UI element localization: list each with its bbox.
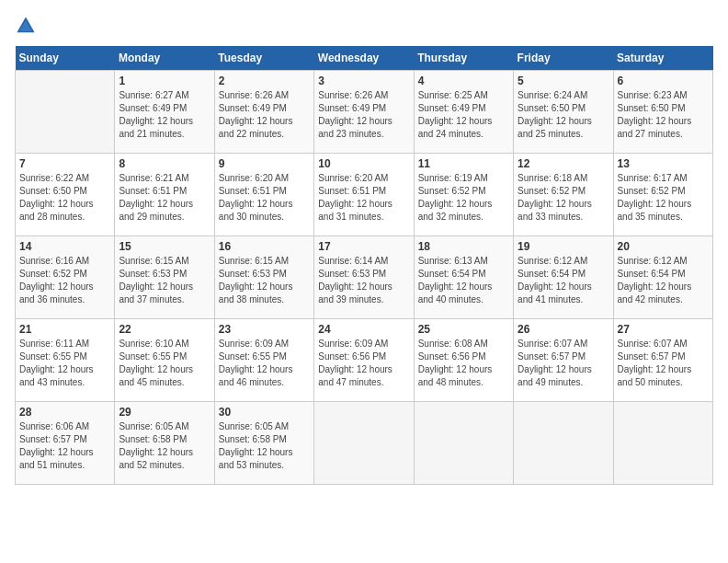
- day-number: 18: [418, 240, 509, 253]
- sunset-text: Sunset: 6:49 PM: [318, 103, 386, 113]
- day-number: 7: [19, 157, 110, 170]
- sunrise-text: Sunrise: 6:09 AM: [219, 339, 289, 349]
- day-number: 1: [119, 75, 210, 87]
- sunrise-text: Sunrise: 6:10 AM: [119, 339, 188, 349]
- day-number: 28: [19, 406, 110, 419]
- daylight-text: Daylight: 12 hours and 28 minutes.: [19, 199, 94, 222]
- sunset-text: Sunset: 6:53 PM: [318, 269, 386, 279]
- sunset-text: Sunset: 6:51 PM: [318, 186, 386, 196]
- day-info: Sunrise: 6:08 AM Sunset: 6:56 PM Dayligh…: [418, 338, 509, 389]
- calendar-cell: 29 Sunrise: 6:05 AM Sunset: 6:58 PM Dayl…: [115, 402, 214, 485]
- daylight-text: Daylight: 12 hours and 22 minutes.: [219, 116, 293, 139]
- day-info: Sunrise: 6:21 AM Sunset: 6:51 PM Dayligh…: [119, 172, 210, 224]
- day-number: 21: [19, 323, 110, 336]
- day-info: Sunrise: 6:16 AM Sunset: 6:52 PM Dayligh…: [19, 255, 110, 306]
- calendar-cell: 18 Sunrise: 6:13 AM Sunset: 6:54 PM Dayl…: [414, 236, 513, 319]
- daylight-text: Daylight: 12 hours and 23 minutes.: [318, 116, 392, 139]
- sunrise-text: Sunrise: 6:27 AM: [119, 90, 188, 100]
- calendar-cell: 20 Sunrise: 6:12 AM Sunset: 6:54 PM Dayl…: [613, 236, 712, 319]
- sunrise-text: Sunrise: 6:06 AM: [19, 421, 89, 431]
- weekday-header-sunday: Sunday: [16, 46, 115, 71]
- calendar-cell: 22 Sunrise: 6:10 AM Sunset: 6:55 PM Dayl…: [115, 319, 214, 402]
- daylight-text: Daylight: 12 hours and 21 minutes.: [119, 116, 193, 139]
- day-info: Sunrise: 6:26 AM Sunset: 6:49 PM Dayligh…: [219, 89, 310, 141]
- sunrise-text: Sunrise: 6:15 AM: [219, 256, 289, 266]
- daylight-text: Daylight: 12 hours and 41 minutes.: [518, 282, 592, 304]
- sunrise-text: Sunrise: 6:21 AM: [119, 173, 188, 183]
- sunset-text: Sunset: 6:54 PM: [518, 269, 586, 279]
- day-number: 2: [219, 75, 310, 87]
- sunrise-text: Sunrise: 6:20 AM: [219, 173, 289, 183]
- sunrise-text: Sunrise: 6:12 AM: [618, 256, 688, 266]
- day-number: 22: [119, 323, 210, 336]
- calendar-cell: 6 Sunrise: 6:23 AM Sunset: 6:50 PM Dayli…: [613, 71, 712, 154]
- day-info: Sunrise: 6:07 AM Sunset: 6:57 PM Dayligh…: [618, 338, 709, 389]
- daylight-text: Daylight: 12 hours and 39 minutes.: [318, 282, 392, 304]
- day-number: 5: [518, 75, 609, 87]
- calendar-week-4: 21 Sunrise: 6:11 AM Sunset: 6:55 PM Dayl…: [16, 319, 713, 402]
- calendar-cell: 24 Sunrise: 6:09 AM Sunset: 6:56 PM Dayl…: [314, 319, 414, 402]
- day-number: 29: [119, 406, 210, 419]
- sunrise-text: Sunrise: 6:11 AM: [19, 339, 89, 349]
- sunrise-text: Sunrise: 6:14 AM: [318, 256, 388, 266]
- sunset-text: Sunset: 6:56 PM: [418, 351, 486, 362]
- day-info: Sunrise: 6:26 AM Sunset: 6:49 PM Dayligh…: [318, 89, 409, 141]
- day-info: Sunrise: 6:06 AM Sunset: 6:57 PM Dayligh…: [19, 420, 110, 472]
- calendar-cell: 2 Sunrise: 6:26 AM Sunset: 6:49 PM Dayli…: [214, 71, 313, 154]
- sunrise-text: Sunrise: 6:05 AM: [219, 421, 289, 431]
- day-number: 27: [618, 323, 709, 336]
- header: [15, 15, 713, 37]
- sunrise-text: Sunrise: 6:07 AM: [518, 339, 587, 349]
- day-info: Sunrise: 6:24 AM Sunset: 6:50 PM Dayligh…: [518, 89, 609, 141]
- calendar-cell: 1 Sunrise: 6:27 AM Sunset: 6:49 PM Dayli…: [115, 71, 214, 154]
- calendar-cell: [314, 402, 414, 485]
- daylight-text: Daylight: 12 hours and 48 minutes.: [418, 364, 493, 387]
- calendar-cell: 9 Sunrise: 6:20 AM Sunset: 6:51 PM Dayli…: [214, 154, 313, 236]
- sunset-text: Sunset: 6:55 PM: [19, 351, 87, 362]
- daylight-text: Daylight: 12 hours and 27 minutes.: [618, 116, 692, 139]
- weekday-header-tuesday: Tuesday: [214, 46, 313, 71]
- day-number: 19: [518, 240, 609, 253]
- calendar-cell: 26 Sunrise: 6:07 AM Sunset: 6:57 PM Dayl…: [514, 319, 613, 402]
- sunset-text: Sunset: 6:57 PM: [618, 351, 686, 362]
- day-info: Sunrise: 6:05 AM Sunset: 6:58 PM Dayligh…: [119, 420, 210, 472]
- calendar-cell: 13 Sunrise: 6:17 AM Sunset: 6:52 PM Dayl…: [613, 154, 712, 236]
- day-info: Sunrise: 6:25 AM Sunset: 6:49 PM Dayligh…: [418, 89, 509, 141]
- daylight-text: Daylight: 12 hours and 52 minutes.: [119, 447, 193, 470]
- sunset-text: Sunset: 6:49 PM: [418, 103, 486, 113]
- calendar-cell: 5 Sunrise: 6:24 AM Sunset: 6:50 PM Dayli…: [514, 71, 613, 154]
- day-info: Sunrise: 6:10 AM Sunset: 6:55 PM Dayligh…: [119, 338, 210, 389]
- sunset-text: Sunset: 6:54 PM: [618, 269, 686, 279]
- sunrise-text: Sunrise: 6:26 AM: [219, 90, 289, 100]
- day-info: Sunrise: 6:20 AM Sunset: 6:51 PM Dayligh…: [219, 172, 310, 224]
- calendar-cell: [414, 402, 513, 485]
- calendar-cell: 25 Sunrise: 6:08 AM Sunset: 6:56 PM Dayl…: [414, 319, 513, 402]
- day-info: Sunrise: 6:05 AM Sunset: 6:58 PM Dayligh…: [219, 420, 310, 472]
- daylight-text: Daylight: 12 hours and 45 minutes.: [119, 364, 193, 387]
- calendar-cell: 21 Sunrise: 6:11 AM Sunset: 6:55 PM Dayl…: [16, 319, 115, 402]
- sunrise-text: Sunrise: 6:08 AM: [418, 339, 488, 349]
- day-number: 17: [318, 240, 409, 253]
- calendar-week-2: 7 Sunrise: 6:22 AM Sunset: 6:50 PM Dayli…: [16, 154, 713, 236]
- sunset-text: Sunset: 6:49 PM: [119, 103, 187, 113]
- daylight-text: Daylight: 12 hours and 31 minutes.: [318, 199, 392, 222]
- day-number: 16: [219, 240, 310, 253]
- calendar-cell: 27 Sunrise: 6:07 AM Sunset: 6:57 PM Dayl…: [613, 319, 712, 402]
- sunrise-text: Sunrise: 6:13 AM: [418, 256, 488, 266]
- weekday-header-friday: Friday: [514, 46, 613, 71]
- day-info: Sunrise: 6:09 AM Sunset: 6:56 PM Dayligh…: [318, 338, 409, 389]
- sunrise-text: Sunrise: 6:15 AM: [119, 256, 188, 266]
- day-info: Sunrise: 6:15 AM Sunset: 6:53 PM Dayligh…: [219, 255, 310, 306]
- day-info: Sunrise: 6:13 AM Sunset: 6:54 PM Dayligh…: [418, 255, 509, 306]
- calendar-cell: 23 Sunrise: 6:09 AM Sunset: 6:55 PM Dayl…: [214, 319, 313, 402]
- daylight-text: Daylight: 12 hours and 33 minutes.: [518, 199, 592, 222]
- sunrise-text: Sunrise: 6:23 AM: [618, 90, 688, 100]
- sunrise-text: Sunrise: 6:17 AM: [618, 173, 688, 183]
- sunset-text: Sunset: 6:52 PM: [19, 269, 87, 279]
- sunset-text: Sunset: 6:57 PM: [518, 351, 586, 362]
- calendar-cell: 16 Sunrise: 6:15 AM Sunset: 6:53 PM Dayl…: [214, 236, 313, 319]
- daylight-text: Daylight: 12 hours and 53 minutes.: [219, 447, 293, 470]
- logo-icon: [15, 15, 37, 37]
- sunrise-text: Sunrise: 6:24 AM: [518, 90, 587, 100]
- day-number: 25: [418, 323, 509, 336]
